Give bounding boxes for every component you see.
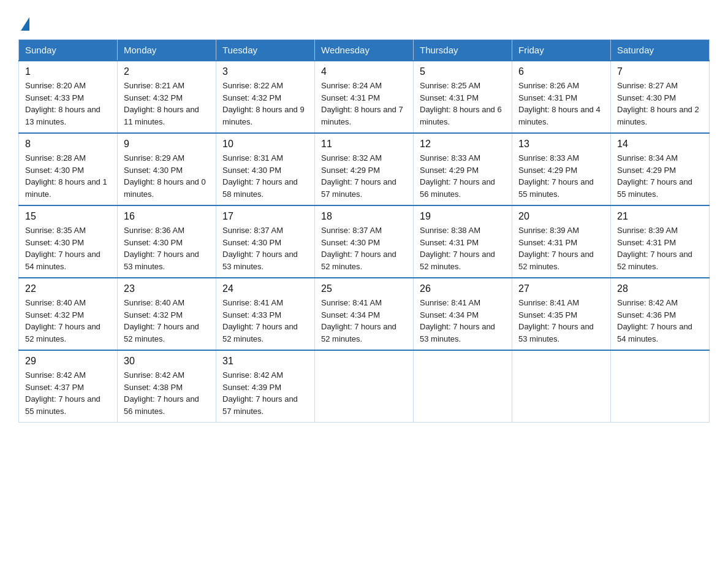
- calendar-cell: 24 Sunrise: 8:41 AM Sunset: 4:33 PM Dayl…: [216, 278, 315, 350]
- day-info: Sunrise: 8:20 AM Sunset: 4:33 PM Dayligh…: [25, 80, 111, 128]
- calendar-cell: 6 Sunrise: 8:26 AM Sunset: 4:31 PM Dayli…: [512, 61, 611, 133]
- day-info: Sunrise: 8:41 AM Sunset: 4:34 PM Dayligh…: [321, 297, 407, 345]
- calendar-cell: 22 Sunrise: 8:40 AM Sunset: 4:32 PM Dayl…: [19, 278, 118, 350]
- day-info: Sunrise: 8:25 AM Sunset: 4:31 PM Dayligh…: [420, 80, 506, 128]
- logo-triangle-icon: [21, 17, 29, 31]
- day-info: Sunrise: 8:28 AM Sunset: 4:30 PM Dayligh…: [25, 152, 111, 200]
- calendar-cell: 11 Sunrise: 8:32 AM Sunset: 4:29 PM Dayl…: [315, 133, 414, 205]
- day-number: 4: [321, 66, 407, 77]
- calendar-cell: 2 Sunrise: 8:21 AM Sunset: 4:32 PM Dayli…: [118, 61, 216, 133]
- calendar-cell: 9 Sunrise: 8:29 AM Sunset: 4:30 PM Dayli…: [118, 133, 216, 205]
- day-number: 14: [617, 139, 703, 150]
- day-number: 9: [124, 139, 210, 150]
- day-info: Sunrise: 8:34 AM Sunset: 4:29 PM Dayligh…: [617, 152, 703, 200]
- calendar-cell: 7 Sunrise: 8:27 AM Sunset: 4:30 PM Dayli…: [611, 61, 710, 133]
- day-info: Sunrise: 8:38 AM Sunset: 4:31 PM Dayligh…: [420, 224, 506, 272]
- day-number: 17: [222, 211, 308, 222]
- day-info: Sunrise: 8:24 AM Sunset: 4:31 PM Dayligh…: [321, 80, 407, 128]
- day-number: 26: [420, 283, 506, 294]
- day-number: 25: [321, 283, 407, 294]
- calendar-cell: 25 Sunrise: 8:41 AM Sunset: 4:34 PM Dayl…: [315, 278, 414, 350]
- day-number: 21: [617, 211, 703, 222]
- day-number: 5: [420, 66, 506, 77]
- calendar-cell: [414, 350, 512, 423]
- day-info: Sunrise: 8:41 AM Sunset: 4:35 PM Dayligh…: [518, 297, 604, 345]
- day-number: 19: [420, 211, 506, 222]
- day-info: Sunrise: 8:32 AM Sunset: 4:29 PM Dayligh…: [321, 152, 407, 200]
- logo-blue-text: [18, 17, 29, 31]
- calendar-table: SundayMondayTuesdayWednesdayThursdayFrid…: [18, 39, 710, 423]
- day-number: 28: [617, 283, 703, 294]
- day-info: Sunrise: 8:41 AM Sunset: 4:33 PM Dayligh…: [222, 297, 308, 345]
- weekday-header-wednesday: Wednesday: [315, 40, 414, 61]
- day-number: 27: [518, 283, 604, 294]
- day-number: 23: [124, 283, 210, 294]
- logo: [18, 17, 29, 31]
- calendar-cell: 29 Sunrise: 8:42 AM Sunset: 4:37 PM Dayl…: [19, 350, 118, 423]
- weekday-header-saturday: Saturday: [611, 40, 710, 61]
- weekday-header-row: SundayMondayTuesdayWednesdayThursdayFrid…: [19, 40, 710, 61]
- calendar-cell: 14 Sunrise: 8:34 AM Sunset: 4:29 PM Dayl…: [611, 133, 710, 205]
- calendar-cell: 19 Sunrise: 8:38 AM Sunset: 4:31 PM Dayl…: [414, 205, 512, 278]
- day-info: Sunrise: 8:21 AM Sunset: 4:32 PM Dayligh…: [124, 80, 210, 128]
- day-info: Sunrise: 8:42 AM Sunset: 4:36 PM Dayligh…: [617, 297, 703, 345]
- weekday-header-sunday: Sunday: [19, 40, 118, 61]
- calendar-cell: 16 Sunrise: 8:36 AM Sunset: 4:30 PM Dayl…: [118, 205, 216, 278]
- calendar-cell: [611, 350, 710, 423]
- day-info: Sunrise: 8:29 AM Sunset: 4:30 PM Dayligh…: [124, 152, 210, 200]
- week-row-1: 1 Sunrise: 8:20 AM Sunset: 4:33 PM Dayli…: [19, 61, 710, 133]
- day-info: Sunrise: 8:40 AM Sunset: 4:32 PM Dayligh…: [124, 297, 210, 345]
- calendar-cell: 23 Sunrise: 8:40 AM Sunset: 4:32 PM Dayl…: [118, 278, 216, 350]
- day-number: 29: [25, 356, 111, 367]
- day-info: Sunrise: 8:40 AM Sunset: 4:32 PM Dayligh…: [25, 297, 111, 345]
- day-number: 20: [518, 211, 604, 222]
- weekday-header-tuesday: Tuesday: [216, 40, 315, 61]
- day-number: 7: [617, 66, 703, 77]
- calendar-cell: 21 Sunrise: 8:39 AM Sunset: 4:31 PM Dayl…: [611, 205, 710, 278]
- calendar-cell: 18 Sunrise: 8:37 AM Sunset: 4:30 PM Dayl…: [315, 205, 414, 278]
- weekday-header-thursday: Thursday: [414, 40, 512, 61]
- day-info: Sunrise: 8:33 AM Sunset: 4:29 PM Dayligh…: [420, 152, 506, 200]
- day-number: 3: [222, 66, 308, 77]
- day-info: Sunrise: 8:42 AM Sunset: 4:39 PM Dayligh…: [222, 369, 308, 417]
- day-info: Sunrise: 8:39 AM Sunset: 4:31 PM Dayligh…: [518, 224, 604, 272]
- calendar-cell: [512, 350, 611, 423]
- day-info: Sunrise: 8:42 AM Sunset: 4:38 PM Dayligh…: [124, 369, 210, 417]
- calendar-cell: 15 Sunrise: 8:35 AM Sunset: 4:30 PM Dayl…: [19, 205, 118, 278]
- day-info: Sunrise: 8:26 AM Sunset: 4:31 PM Dayligh…: [518, 80, 604, 128]
- weekday-header-monday: Monday: [118, 40, 216, 61]
- day-info: Sunrise: 8:42 AM Sunset: 4:37 PM Dayligh…: [25, 369, 111, 417]
- day-info: Sunrise: 8:37 AM Sunset: 4:30 PM Dayligh…: [222, 224, 308, 272]
- calendar-cell: 12 Sunrise: 8:33 AM Sunset: 4:29 PM Dayl…: [414, 133, 512, 205]
- calendar-cell: 10 Sunrise: 8:31 AM Sunset: 4:30 PM Dayl…: [216, 133, 315, 205]
- calendar-cell: 4 Sunrise: 8:24 AM Sunset: 4:31 PM Dayli…: [315, 61, 414, 133]
- calendar-cell: 31 Sunrise: 8:42 AM Sunset: 4:39 PM Dayl…: [216, 350, 315, 423]
- day-number: 11: [321, 139, 407, 150]
- day-number: 6: [518, 66, 604, 77]
- calendar-cell: [315, 350, 414, 423]
- calendar-cell: 13 Sunrise: 8:33 AM Sunset: 4:29 PM Dayl…: [512, 133, 611, 205]
- week-row-3: 15 Sunrise: 8:35 AM Sunset: 4:30 PM Dayl…: [19, 205, 710, 278]
- weekday-header-friday: Friday: [512, 40, 611, 61]
- day-number: 16: [124, 211, 210, 222]
- day-number: 8: [25, 139, 111, 150]
- calendar-cell: 3 Sunrise: 8:22 AM Sunset: 4:32 PM Dayli…: [216, 61, 315, 133]
- calendar-cell: 27 Sunrise: 8:41 AM Sunset: 4:35 PM Dayl…: [512, 278, 611, 350]
- day-info: Sunrise: 8:41 AM Sunset: 4:34 PM Dayligh…: [420, 297, 506, 345]
- calendar-cell: 17 Sunrise: 8:37 AM Sunset: 4:30 PM Dayl…: [216, 205, 315, 278]
- calendar-cell: 1 Sunrise: 8:20 AM Sunset: 4:33 PM Dayli…: [19, 61, 118, 133]
- calendar-cell: 5 Sunrise: 8:25 AM Sunset: 4:31 PM Dayli…: [414, 61, 512, 133]
- day-info: Sunrise: 8:37 AM Sunset: 4:30 PM Dayligh…: [321, 224, 407, 272]
- day-info: Sunrise: 8:39 AM Sunset: 4:31 PM Dayligh…: [617, 224, 703, 272]
- calendar-cell: 30 Sunrise: 8:42 AM Sunset: 4:38 PM Dayl…: [118, 350, 216, 423]
- calendar-cell: 8 Sunrise: 8:28 AM Sunset: 4:30 PM Dayli…: [19, 133, 118, 205]
- day-info: Sunrise: 8:36 AM Sunset: 4:30 PM Dayligh…: [124, 224, 210, 272]
- day-number: 2: [124, 66, 210, 77]
- day-info: Sunrise: 8:22 AM Sunset: 4:32 PM Dayligh…: [222, 80, 308, 128]
- day-info: Sunrise: 8:31 AM Sunset: 4:30 PM Dayligh…: [222, 152, 308, 200]
- day-number: 12: [420, 139, 506, 150]
- week-row-2: 8 Sunrise: 8:28 AM Sunset: 4:30 PM Dayli…: [19, 133, 710, 205]
- day-number: 31: [222, 356, 308, 367]
- calendar-cell: 28 Sunrise: 8:42 AM Sunset: 4:36 PM Dayl…: [611, 278, 710, 350]
- calendar-cell: 20 Sunrise: 8:39 AM Sunset: 4:31 PM Dayl…: [512, 205, 611, 278]
